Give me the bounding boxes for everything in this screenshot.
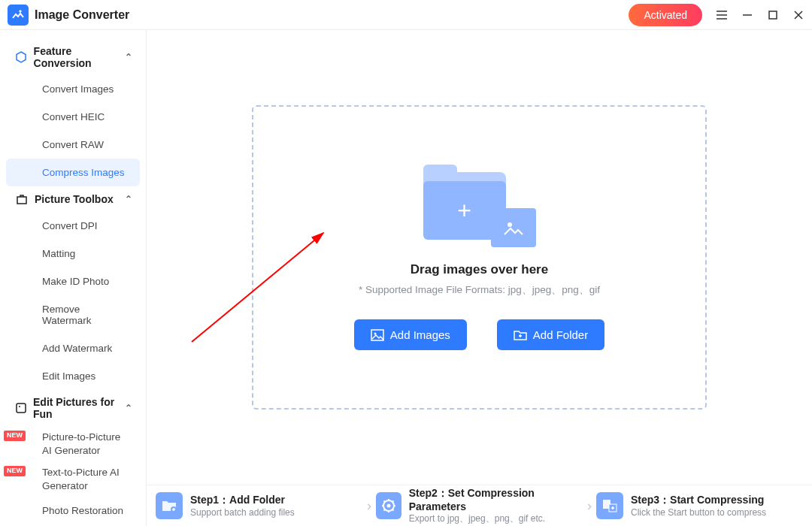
- chevron-up-icon: ⌃: [125, 52, 132, 62]
- svg-rect-5: [371, 330, 383, 340]
- app-logo-icon: [8, 5, 29, 26]
- drop-zone[interactable]: + Drag images over here * Supported Imag…: [252, 105, 707, 410]
- dropzone-subtitle: * Supported Image File Formats: jpg、jpeg…: [359, 283, 600, 297]
- step-2: Step2：Set Compression ParametersExport t…: [376, 487, 583, 525]
- sidebar-item-make-id-photo[interactable]: Make ID Photo: [6, 268, 140, 295]
- step-3: Step3：Start CompressingClick the Start b…: [596, 492, 803, 519]
- section-title: Picture Toolbox: [35, 193, 114, 205]
- fun-icon: [15, 401, 27, 415]
- activated-badge[interactable]: Activated: [629, 4, 702, 26]
- svg-rect-0: [769, 11, 777, 19]
- sidebar-item-convert-dpi[interactable]: Convert DPI: [6, 212, 140, 240]
- svg-point-3: [19, 406, 20, 407]
- image-icon: [371, 329, 384, 341]
- title-bar: Image Converter Activated: [0, 0, 812, 30]
- svg-point-10: [386, 504, 390, 508]
- section-head-picture-toolbox[interactable]: Picture Toolbox ⌃: [0, 186, 146, 212]
- sidebar-item-pic-to-pic-ai[interactable]: NEWPicture-to-Picture AI Generator: [6, 426, 140, 461]
- step-compress-icon: [596, 492, 623, 519]
- step-folder-icon: [156, 492, 183, 519]
- sidebar-item-edit-images[interactable]: Edit Images: [6, 362, 140, 390]
- add-images-label: Add Images: [390, 328, 450, 341]
- add-images-button[interactable]: Add Images: [354, 319, 467, 350]
- section-head-feature-conversion[interactable]: Feature Conversion ⌃: [0, 39, 146, 75]
- sidebar-item-add-watermark[interactable]: Add Watermark: [6, 334, 140, 362]
- sidebar-item-photo-restoration[interactable]: Photo Restoration: [6, 497, 140, 524]
- steps-bar: Step1：Add FolderSupport batch adding fil…: [147, 485, 812, 526]
- dropzone-title: Drag images over here: [411, 262, 548, 277]
- section-head-edit-pictures-fun[interactable]: Edit Pictures for Fun ⌃: [0, 390, 146, 426]
- step-1: Step1：Add FolderSupport batch adding fil…: [156, 492, 362, 519]
- main-panel: + Drag images over here * Supported Imag…: [147, 30, 812, 526]
- section-title: Edit Pictures for Fun: [33, 396, 125, 420]
- svg-rect-1: [17, 197, 26, 204]
- toolbox-icon: [15, 192, 29, 206]
- hexagon-icon: [15, 50, 28, 64]
- sidebar-item-remove-watermark[interactable]: Remove Watermark: [6, 295, 140, 334]
- minimize-icon[interactable]: [741, 9, 753, 21]
- sidebar-item-compress-images[interactable]: Compress Images: [6, 159, 140, 186]
- add-folder-label: Add Folder: [533, 328, 588, 341]
- sidebar: Feature Conversion ⌃ Convert Images Conv…: [0, 30, 147, 526]
- sidebar-item-convert-raw[interactable]: Convert RAW: [6, 131, 140, 159]
- sidebar-item-text-to-pic-ai[interactable]: NEWText-to-Picture AI Generator: [6, 461, 140, 497]
- chevron-up-icon: ⌃: [125, 403, 132, 413]
- chevron-right-icon: ›: [587, 498, 592, 514]
- menu-icon[interactable]: [716, 9, 728, 21]
- add-folder-button[interactable]: Add Folder: [497, 319, 604, 350]
- sidebar-item-convert-images[interactable]: Convert Images: [6, 75, 140, 103]
- chevron-right-icon: ›: [367, 498, 371, 514]
- folder-illustration-icon: +: [423, 165, 536, 247]
- svg-point-4: [508, 222, 512, 227]
- new-badge: NEW: [4, 431, 26, 441]
- folder-plus-icon: [514, 329, 527, 341]
- chevron-up-icon: ⌃: [125, 194, 132, 204]
- maximize-icon[interactable]: [767, 9, 779, 21]
- svg-rect-2: [17, 404, 26, 413]
- app-title: Image Converter: [35, 8, 129, 22]
- close-icon[interactable]: [792, 9, 804, 21]
- new-badge: NEW: [4, 466, 26, 476]
- section-title: Feature Conversion: [34, 45, 125, 69]
- step-gear-icon: [376, 492, 401, 519]
- sidebar-item-matting[interactable]: Matting: [6, 240, 140, 268]
- sidebar-item-convert-heic[interactable]: Convert HEIC: [6, 103, 140, 131]
